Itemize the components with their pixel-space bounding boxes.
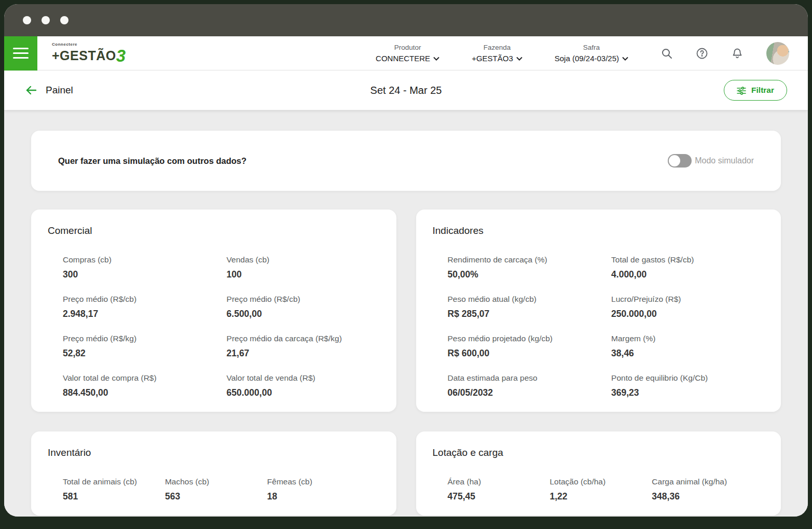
chevron-down-icon bbox=[516, 57, 522, 61]
stat-label: Valor total de compra (R$) bbox=[63, 373, 227, 383]
farm-selector-value: +GESTÃO3 bbox=[472, 54, 513, 63]
stat-item: Ponto de equilibrio (Kg/Cb) 369,23 bbox=[611, 373, 764, 398]
stat-value: 38,46 bbox=[611, 348, 764, 359]
simulator-toggle-label: Modo simulador bbox=[695, 156, 754, 165]
brand-top-label: Connectere bbox=[52, 43, 126, 47]
stat-value: 581 bbox=[63, 491, 165, 502]
stat-value: 6.500,00 bbox=[227, 309, 380, 319]
stat-value: 348,36 bbox=[652, 491, 764, 502]
filter-button[interactable]: Filtrar bbox=[724, 80, 787, 101]
stat-label: Carga animal (kg/ha) bbox=[652, 477, 764, 486]
hamburger-icon bbox=[13, 57, 29, 59]
page-title: Painel bbox=[46, 85, 73, 96]
stat-item: Valor total de compra (R$) 884.450,00 bbox=[63, 373, 227, 398]
stat-item: Total de animais (cb) 581 bbox=[63, 477, 165, 502]
window-control-dot[interactable] bbox=[23, 16, 31, 24]
stat-item: Lucro/Prejuízo (R$) 250.000,00 bbox=[611, 295, 764, 319]
indicadores-card: Indicadores Rendimento de carcaça (%) 50… bbox=[416, 210, 781, 412]
hamburger-icon bbox=[13, 48, 29, 49]
stat-item: Peso médio projetado (kg/cb) R$ 600,00 bbox=[448, 334, 612, 359]
stat-item: Preço médio da carcaça (R$/kg) 21,67 bbox=[227, 334, 380, 359]
stat-value: 2.948,17 bbox=[63, 309, 227, 319]
card-title: Comercial bbox=[48, 225, 380, 236]
stat-label: Rendimento de carcaça (%) bbox=[448, 255, 612, 264]
producer-selector[interactable]: Produtor CONNECTERE bbox=[376, 44, 439, 63]
hamburger-menu-button[interactable] bbox=[4, 36, 37, 71]
simulator-toggle[interactable] bbox=[668, 154, 692, 168]
chevron-down-icon bbox=[433, 57, 439, 61]
stat-label: Peso médio projetado (kg/cb) bbox=[448, 334, 612, 343]
filter-sliders-icon bbox=[737, 86, 746, 95]
stat-label: Área (ha) bbox=[448, 477, 550, 486]
stat-label: Peso médio atual (kg/cb) bbox=[448, 295, 612, 304]
stat-label: Margem (%) bbox=[611, 334, 764, 343]
stat-value: 50,00% bbox=[448, 269, 612, 280]
app-window: Connectere +GESTÃO3 Produtor CONNECTERE … bbox=[4, 4, 808, 517]
stat-value: 100 bbox=[227, 269, 380, 280]
period-label: Set 24 - Mar 25 bbox=[4, 85, 808, 96]
help-icon bbox=[696, 47, 708, 60]
stat-value: 06/05/2032 bbox=[448, 387, 612, 398]
stat-label: Machos (cb) bbox=[165, 477, 267, 486]
stat-label: Preço médio da carcaça (R$/kg) bbox=[227, 334, 380, 343]
simulator-card: Quer fazer uma simulação com outros dado… bbox=[31, 131, 781, 191]
stat-value: 369,23 bbox=[611, 387, 764, 398]
stat-label: Preço médio (R$/kg) bbox=[63, 334, 227, 343]
page-toolbar: Painel Set 24 - Mar 25 Filtrar bbox=[4, 71, 808, 110]
avatar[interactable] bbox=[766, 42, 789, 65]
stat-value: 1,22 bbox=[549, 491, 652, 502]
app-logo: Connectere +GESTÃO3 bbox=[52, 43, 126, 64]
stat-value: 250.000,00 bbox=[611, 309, 764, 319]
season-selector-value: Soja (09/24-03/25) bbox=[555, 54, 619, 63]
notifications-button[interactable] bbox=[731, 47, 744, 60]
chevron-down-icon bbox=[622, 57, 628, 61]
stat-item: Total de gastos (R$/cb) 4.000,00 bbox=[611, 255, 764, 280]
help-button[interactable] bbox=[696, 47, 708, 60]
season-selector[interactable]: Safra Soja (09/24-03/25) bbox=[555, 44, 628, 63]
bell-icon bbox=[731, 47, 744, 60]
stat-value: R$ 600,00 bbox=[448, 348, 612, 359]
hamburger-icon bbox=[13, 52, 29, 54]
stat-item: Data estimada para peso 06/05/2032 bbox=[448, 373, 612, 398]
season-selector-label: Safra bbox=[555, 44, 628, 51]
stat-label: Data estimada para peso bbox=[448, 373, 612, 383]
stat-label: Fêmeas (cb) bbox=[267, 477, 380, 486]
stat-value: 650.000,00 bbox=[227, 387, 380, 398]
comercial-card: Comercial Compras (cb) 300 Vendas (cb) 1… bbox=[31, 210, 396, 412]
card-title: Lotação e carga bbox=[433, 447, 765, 458]
stat-item: Fêmeas (cb) 18 bbox=[267, 477, 380, 502]
stat-value: 563 bbox=[165, 491, 267, 502]
stat-label: Ponto de equilibrio (Kg/Cb) bbox=[611, 373, 764, 383]
inventario-card: Inventário Total de animais (cb) 581 Mac… bbox=[31, 431, 396, 516]
stat-value: 475,45 bbox=[448, 491, 550, 502]
stat-value: 300 bbox=[63, 269, 227, 280]
producer-selector-label: Produtor bbox=[376, 44, 439, 51]
stat-label: Valor total de venda (R$) bbox=[227, 373, 380, 383]
stat-item: Valor total de venda (R$) 650.000,00 bbox=[227, 373, 380, 398]
stat-item: Compras (cb) 300 bbox=[63, 255, 227, 280]
window-titlebar bbox=[4, 4, 808, 36]
stat-item: Preço médio (R$/cb) 2.948,17 bbox=[63, 295, 227, 319]
stat-label: Preço médio (R$/cb) bbox=[227, 295, 380, 304]
stat-value: 4.000,00 bbox=[611, 269, 764, 280]
dashboard-content: Quer fazer uma simulação com outros dado… bbox=[4, 110, 808, 517]
farm-selector[interactable]: Fazenda +GESTÃO3 bbox=[472, 44, 522, 63]
stat-item: Machos (cb) 563 bbox=[165, 477, 267, 502]
simulator-question: Quer fazer uma simulação com outros dado… bbox=[58, 156, 246, 166]
stat-value: 21,67 bbox=[227, 348, 380, 359]
stat-label: Total de gastos (R$/cb) bbox=[611, 255, 764, 264]
toggle-knob bbox=[669, 155, 680, 166]
stat-label: Compras (cb) bbox=[63, 255, 227, 264]
filter-button-label: Filtrar bbox=[751, 86, 774, 95]
stat-item: Lotação (cb/ha) 1,22 bbox=[549, 477, 652, 502]
stat-item: Margem (%) 38,46 bbox=[611, 334, 764, 359]
stat-item: Carga animal (kg/ha) 348,36 bbox=[652, 477, 764, 502]
stat-item: Vendas (cb) 100 bbox=[227, 255, 380, 280]
stat-item: Área (ha) 475,45 bbox=[448, 477, 550, 502]
brand-name-label: +GESTÃO bbox=[52, 48, 116, 63]
window-control-dot[interactable] bbox=[60, 16, 68, 24]
back-navigation[interactable]: Painel bbox=[25, 84, 73, 96]
search-button[interactable] bbox=[660, 47, 673, 60]
back-arrow-icon bbox=[25, 84, 37, 96]
window-control-dot[interactable] bbox=[42, 16, 50, 24]
